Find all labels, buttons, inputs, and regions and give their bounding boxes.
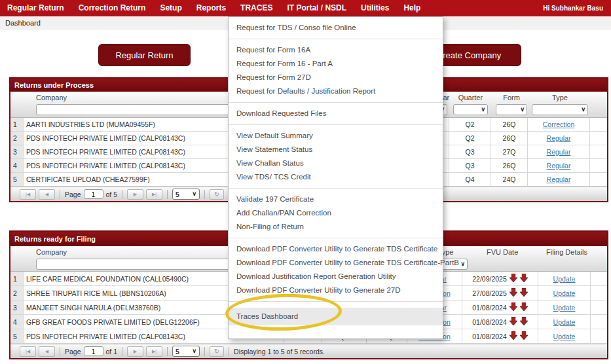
traces-menu-item[interactable]: Download PDF Converter Utility to Genera…: [229, 256, 443, 270]
menu-reports[interactable]: Reports: [189, 0, 233, 16]
traces-menu-item[interactable]: View Statement Status: [229, 143, 443, 156]
row-number: 2: [10, 132, 24, 145]
filing-update-link[interactable]: Update: [553, 318, 576, 326]
empty-cell: [590, 159, 607, 172]
download-form27a-icon[interactable]: [520, 317, 528, 327]
filing-update-cell: Update: [538, 272, 591, 285]
filing-update-link[interactable]: Update: [553, 289, 576, 297]
form-filter-select[interactable]: ∨: [496, 104, 527, 115]
traces-menu-item[interactable]: View Challan Status: [229, 156, 443, 170]
first-page-button[interactable]: |◀: [20, 189, 36, 200]
download-arrow-icon[interactable]: [509, 331, 517, 340]
quarter-column-label: Quarter: [453, 94, 488, 101]
refresh-button[interactable]: ↻: [210, 346, 224, 357]
download-arrow-icon[interactable]: [520, 302, 528, 311]
traces-menu-item[interactable]: Download Justification Report Generation…: [229, 270, 443, 283]
fvu-date-content: 22/09/2025: [465, 274, 535, 283]
traces-menu-item[interactable]: Download Requested Files: [229, 107, 443, 120]
next-page-button[interactable]: ▶: [127, 346, 143, 357]
traces-menu-item[interactable]: Request for Form 16A: [229, 43, 443, 57]
type-link[interactable]: Correction: [543, 120, 574, 128]
menu-setup[interactable]: Setup: [153, 0, 189, 16]
row-number: 3: [10, 145, 24, 158]
regular-return-button[interactable]: Regular Return: [98, 44, 191, 66]
traces-menu-item[interactable]: Request for Form 16 - Part A: [229, 57, 443, 71]
filing-update-link[interactable]: Update: [553, 304, 576, 312]
last-page-button[interactable]: ▶|: [146, 346, 162, 357]
download-fvu-icon[interactable]: [509, 288, 517, 298]
traces-menu-item[interactable]: View Default Summary: [229, 129, 443, 143]
traces-menu-item[interactable]: Non-Filing of Return: [229, 220, 443, 234]
type-cell: Regular: [528, 159, 590, 172]
filing-update-link[interactable]: Update: [553, 333, 576, 340]
type-cell: Regular: [528, 132, 590, 145]
type-cell: Regular: [528, 173, 590, 186]
page-input[interactable]: [84, 189, 103, 199]
top-menu-bar: Regular Return Correction Return Setup R…: [0, 0, 611, 16]
page-size-select[interactable]: 5 ∨: [172, 346, 200, 357]
download-fvu-icon[interactable]: [509, 302, 517, 312]
menu-it-portal-nsdl[interactable]: IT Portal / NSDL: [280, 0, 354, 16]
first-page-button[interactable]: |◀: [20, 346, 36, 357]
quarter-cell: Q4: [449, 173, 491, 186]
menu-correction-return[interactable]: Correction Return: [71, 0, 153, 16]
download-arrow-icon[interactable]: [509, 274, 517, 282]
quarter-filter-select[interactable]: ∨: [453, 104, 488, 115]
download-form27a-icon[interactable]: [520, 302, 528, 312]
prev-page-button[interactable]: ◀: [39, 189, 55, 200]
download-form27a-icon[interactable]: [520, 331, 528, 341]
download-arrow-icon[interactable]: [520, 288, 528, 297]
download-arrow-icon[interactable]: [509, 288, 517, 297]
row-number: 2: [10, 286, 24, 300]
menu-help[interactable]: Help: [396, 0, 428, 16]
menu-regular-return[interactable]: Regular Return: [0, 0, 71, 16]
traces-menu-item[interactable]: Download PDF Converter Utility to Genera…: [229, 242, 443, 256]
download-arrow-icon[interactable]: [509, 317, 517, 325]
quarter-cell: Q3: [449, 145, 491, 158]
breadcrumb: Dashboard: [5, 19, 41, 27]
filing-update-cell: Update: [538, 329, 591, 343]
form-cell: 27Q: [491, 145, 528, 158]
type-filter-select[interactable]: ∨: [532, 104, 588, 115]
download-fvu-icon[interactable]: [509, 317, 517, 327]
next-page-button[interactable]: ▶: [127, 189, 143, 200]
traces-menu-item[interactable]: Request for Form 27D: [229, 71, 443, 84]
download-fvu-icon[interactable]: [509, 274, 517, 283]
download-arrow-icon[interactable]: [509, 302, 517, 311]
download-form27a-icon[interactable]: [520, 288, 528, 298]
page-input[interactable]: [84, 346, 103, 356]
download-arrow-icon[interactable]: [520, 331, 528, 340]
traces-menu-item[interactable]: View TDS/ TCS Credit: [229, 170, 443, 184]
download-arrow-icon[interactable]: [520, 274, 528, 282]
download-form27a-icon[interactable]: [520, 274, 528, 283]
last-page-button[interactable]: ▶|: [146, 189, 162, 200]
traces-menu-item[interactable]: Add Challan/PAN Correction: [229, 206, 443, 220]
type-link[interactable]: Regular: [547, 175, 571, 183]
chevron-down-icon: ∨: [520, 107, 525, 113]
traces-menu-item[interactable]: Download PDF Converter Utility to Genera…: [229, 283, 443, 297]
download-fvu-icon[interactable]: [509, 331, 517, 341]
fvu-date-content: 01/08/2024: [465, 317, 535, 327]
traces-menu-item[interactable]: Request for Defaults / Justification Rep…: [229, 84, 443, 98]
empty-cell: [591, 272, 607, 285]
filing-update-link[interactable]: Update: [553, 275, 576, 283]
quarter-cell: Q2: [449, 132, 491, 145]
type-link[interactable]: Regular: [547, 134, 571, 142]
menu-group: Request for Form 16ARequest for Form 16 …: [229, 39, 443, 102]
page-of-label: of 5: [106, 191, 118, 198]
fvu-date-text: 01/08/2024: [472, 304, 507, 312]
form-cell: 26Q: [491, 159, 528, 172]
type-link[interactable]: Regular: [547, 148, 571, 156]
traces-menu-item[interactable]: Request for TDS / Conso file Online: [229, 21, 443, 35]
download-arrow-icon[interactable]: [520, 317, 528, 325]
traces-menu-item[interactable]: Validate 197 Certificate: [229, 192, 443, 206]
empty-cell: [591, 286, 607, 300]
page-size-select[interactable]: 5 ∨: [172, 189, 200, 200]
menu-utilities[interactable]: Utilities: [354, 0, 396, 16]
traces-menu-item[interactable]: Traces Dashboard: [229, 308, 443, 325]
menu-traces[interactable]: TRACES: [233, 0, 280, 16]
prev-page-button[interactable]: ◀: [39, 346, 55, 357]
type-link[interactable]: Regular: [547, 162, 571, 170]
refresh-button[interactable]: ↻: [210, 189, 224, 200]
empty-cell: [591, 300, 607, 314]
